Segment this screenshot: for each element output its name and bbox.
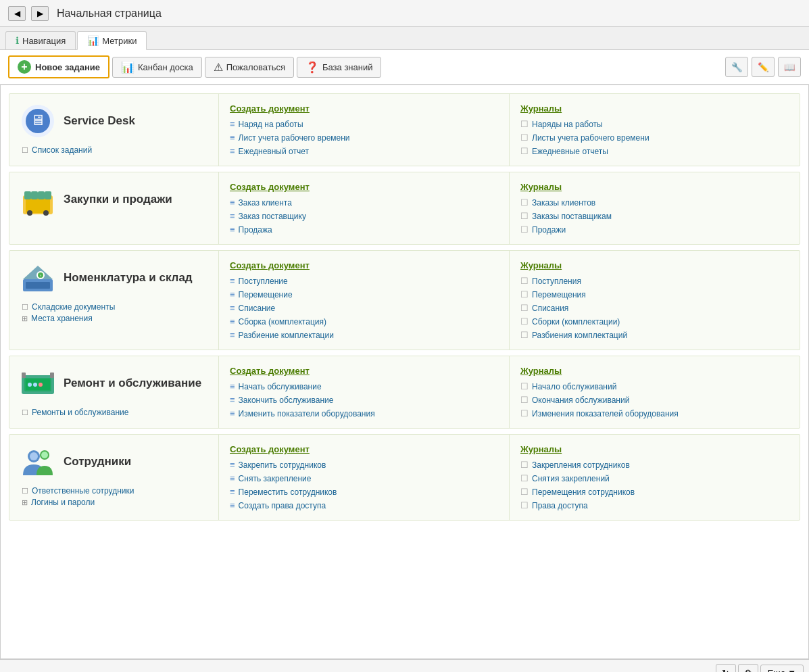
left-link-места-хранения[interactable]: ⊞Места хранения [22,314,207,323]
wrench-button[interactable]: 🔧 [725,57,748,77]
settings-button[interactable]: ⚙ [738,664,758,672]
left-link-ремонты-и-обслуживание[interactable]: ☐Ремонты и обслуживание [22,408,207,417]
journal-link-сборки-(комплектации)[interactable]: ☐ Сборки (комплектации) [520,316,789,327]
more-label: Еще [768,668,785,673]
left-link-список-заданий[interactable]: ☐Список заданий [22,145,207,155]
tab-navigation-label: Навигация [22,36,66,46]
create-link-разбиение-комплектации[interactable]: ≡ Разбиение комплектации [230,330,498,340]
svg-rect-23 [50,373,54,378]
left-link-логины-и-пароли[interactable]: ⊞Логины и пароли [22,498,207,507]
create-link-начать-обслуживание[interactable]: ≡ Начать обслуживание [230,381,498,391]
tab-navigation[interactable]: ℹ Навигация [5,31,76,49]
journal-panel-repair: Журналы☐ Начало обслуживаний☐ Окончания … [509,356,800,428]
knowledge-label: База знаний [322,62,373,72]
journal-link-окончания-обслуживаний[interactable]: ☐ Окончания обслуживаний [520,395,789,405]
create-link-сборка-(комплектация)[interactable]: ≡ Сборка (комплектация) [230,316,498,327]
journal-link-перемещения-сотрудников[interactable]: ☐ Перемещения сотрудников [520,487,789,497]
journal-link-разбиения-комплектаций[interactable]: ☐ Разбиения комплектаций [520,330,789,340]
journal-link-списания[interactable]: ☐ Списания [520,303,789,313]
create-link-переместить-сотрудников[interactable]: ≡ Переместить сотрудников [230,487,498,497]
journal-title-repair[interactable]: Журналы [520,366,789,376]
journal-link-поступления[interactable]: ☐ Поступления [520,276,789,286]
document-icon: ≡ [230,316,235,327]
journal-link-заказы-клиентов[interactable]: ☐ Заказы клиентов [520,197,789,208]
create-link-поступление[interactable]: ≡ Поступление [230,276,498,286]
journal-link-начало-обслуживаний[interactable]: ☐ Начало обслуживаний [520,381,789,391]
refresh-button[interactable]: ↻ [716,664,736,672]
section-left-service-desk: 🖥 Service Desk☐Список заданий [9,94,219,166]
more-button[interactable]: Еще ▼ [760,665,804,673]
create-title-nomenclature[interactable]: Создать документ [230,260,498,270]
section-right-purchases: Создать документ≡ Заказ клиента≡ Заказ п… [219,172,800,244]
journal-link-наряды-на-работы[interactable]: ☐ Наряды на работы [520,119,789,129]
section-header-service-desk: 🖥 Service Desk [20,103,207,139]
journal-links-nomenclature: ☐ Поступления☐ Перемещения☐ Списания☐ Сб… [520,276,789,340]
create-link-продажа[interactable]: ≡ Продажа [230,224,498,235]
journal-title-nomenclature[interactable]: Журналы [520,260,789,270]
navigation-icon: ℹ [16,35,19,46]
create-link-закрепить-сотрудников[interactable]: ≡ Закрепить сотрудников [230,460,498,470]
journal-link-права-доступа[interactable]: ☐ Права доступа [520,500,789,510]
journal-link-изменения-показателей-оборудов[interactable]: ☐ Изменения показателей оборудования [520,408,789,418]
create-link-списание[interactable]: ≡ Списание [230,303,498,313]
create-panel-purchases: Создать документ≡ Заказ клиента≡ Заказ п… [219,172,509,244]
journal-title-purchases[interactable]: Журналы [520,182,789,192]
journal-link-ежедневные-отчеты[interactable]: ☐ Ежедневные отчеты [520,146,789,156]
complain-button[interactable]: ⚠ Пожаловаться [205,57,294,78]
create-link-ежедневный-отчет[interactable]: ≡ Ежедневный отчет [230,146,498,156]
svg-point-9 [27,210,32,216]
knowledge-button[interactable]: ❓ База знаний [297,57,382,78]
tab-metrics[interactable]: 📊 Метрики [77,31,147,50]
knowledge-icon: ❓ [305,61,319,74]
book-button[interactable]: 📖 [778,57,801,77]
section-header-nomenclature: ↑ Номенклатура и склад [20,260,207,295]
journal-title-service-desk[interactable]: Журналы [520,103,789,114]
create-link-лист-учета-рабочего-времени[interactable]: ≡ Лист учета рабочего времени [230,133,498,143]
create-link-снять-закрепление[interactable]: ≡ Снять закрепление [230,473,498,483]
svg-point-20 [33,383,37,387]
journal-link-листы-учета-рабочего-времени[interactable]: ☐ Листы учета рабочего времени [520,133,789,143]
journal-link-перемещения[interactable]: ☐ Перемещения [520,289,789,299]
journal-link-заказы-поставщикам[interactable]: ☐ Заказы поставщикам [520,211,789,221]
forward-button[interactable]: ▶ [31,6,49,21]
journal-links-service-desk: ☐ Наряды на работы☐ Листы учета рабочего… [520,119,789,156]
create-title-repair[interactable]: Создать документ [230,366,498,376]
document-icon: ≡ [230,473,235,483]
service-desk-icon: 🖥 [20,103,55,139]
pencil-button[interactable]: ✏️ [752,57,775,77]
create-link-закончить-обслуживание[interactable]: ≡ Закончить обслуживание [230,395,498,405]
create-link-создать-права-доступа[interactable]: ≡ Создать права доступа [230,500,498,510]
journal-icon: ☐ [520,316,529,327]
create-panel-nomenclature: Создать документ≡ Поступление≡ Перемещен… [219,251,509,350]
create-link-наряд-на-работы[interactable]: ≡ Наряд на работы [230,119,498,129]
create-title-employees[interactable]: Создать документ [230,444,498,454]
journal-link-продажи[interactable]: ☐ Продажи [520,224,789,235]
toolbar-right: 🔧 ✏️ 📖 [725,57,801,77]
create-title-purchases[interactable]: Создать документ [230,182,498,192]
kanban-button[interactable]: 📊 Канбан доска [112,57,202,78]
journal-link-снятия-закреплений[interactable]: ☐ Снятия закреплений [520,473,789,483]
svg-point-26 [30,452,38,460]
create-link-заказ-клиента[interactable]: ≡ Заказ клиента [230,197,498,208]
left-link-складские-документы[interactable]: ☐Складские документы [22,302,207,312]
document-icon: ≡ [230,381,235,391]
create-link-изменить-показатели-оборудован[interactable]: ≡ Изменить показатели оборудования [230,408,498,418]
section-service-desk: 🖥 Service Desk☐Список заданийСоздать док… [9,93,800,166]
left-link-ответственные-сотрудники[interactable]: ☐Ответственные сотрудники [22,486,207,496]
journal-links-purchases: ☐ Заказы клиентов☐ Заказы поставщикам☐ П… [520,197,789,235]
journal-icon: ☐ [520,381,529,391]
journal-title-employees[interactable]: Журналы [520,444,789,454]
create-link-заказ-поставщику[interactable]: ≡ Заказ поставщику [230,211,498,221]
create-links-purchases: ≡ Заказ клиента≡ Заказ поставщику≡ Прода… [230,197,498,235]
section-right-repair: Создать документ≡ Начать обслуживание≡ З… [219,356,800,428]
new-task-button[interactable]: + Новое задание [8,55,109,78]
svg-rect-8 [45,191,51,199]
svg-rect-6 [31,191,38,199]
journal-icon: ☐ [520,133,529,143]
section-header-purchases: Закупки и продажи [20,182,207,217]
svg-point-27 [41,452,48,458]
back-button[interactable]: ◀ [8,6,26,21]
journal-link-закрепления-сотрудников[interactable]: ☐ Закрепления сотрудников [520,460,789,470]
create-title-service-desk[interactable]: Создать документ [230,103,498,114]
create-link-перемещение[interactable]: ≡ Перемещение [230,289,498,299]
